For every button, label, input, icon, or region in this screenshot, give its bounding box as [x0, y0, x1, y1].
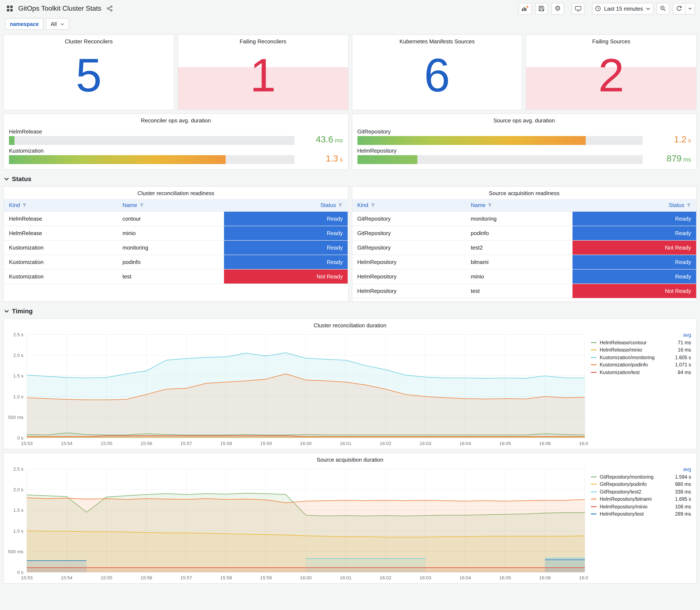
legend-series-color — [591, 477, 597, 477]
svg-text:16:06: 16:06 — [539, 441, 551, 446]
column-header-name[interactable]: Name — [466, 199, 572, 211]
column-header-status[interactable]: Status — [572, 199, 696, 211]
table-row: HelmRepositorybitnamiReady — [352, 255, 696, 270]
column-header-label: Kind — [357, 202, 368, 208]
cell-status: Ready — [572, 226, 696, 240]
cell-status: Not Ready — [572, 241, 696, 255]
column-header-kind[interactable]: Kind — [4, 199, 117, 211]
legend-series-color — [591, 357, 597, 358]
refresh-interval-dropdown[interactable] — [686, 3, 695, 14]
column-header-label: Status — [320, 202, 336, 208]
legend-item[interactable]: HelmRepository/test289 ms — [591, 510, 691, 518]
legend-series-name: HelmRelease/contour — [600, 340, 670, 345]
save-dashboard-button[interactable] — [535, 3, 548, 14]
stat-panel-2: Kubernetes Manifests Sources6 — [352, 34, 523, 110]
cell-name: test — [466, 284, 572, 298]
stat-panel-1: Failing Reconcilers1 — [178, 34, 348, 110]
dashboard-settings-button[interactable]: ⚙ — [551, 3, 564, 14]
column-header-label: Status — [669, 202, 684, 208]
timeseries-plot[interactable]: 15:5315:5415:5515:5615:5715:5815:5916:00… — [5, 330, 588, 448]
legend-item[interactable]: GitRepository/podinfo980 ms — [591, 481, 691, 488]
cell-kind: Kustomization — [4, 241, 117, 255]
column-header-label: Kind — [9, 202, 20, 208]
panel-title[interactable]: Source acquisition readiness — [352, 187, 696, 198]
legend-item[interactable]: HelmRepository/minio108 ms — [591, 503, 691, 510]
legend-series-name: HelmRepository/test — [600, 512, 670, 517]
caret-down-icon — [688, 7, 692, 10]
gauge-value-number: 43.6 — [316, 134, 333, 144]
filter-funnel-icon — [488, 203, 492, 207]
gauge-value-number: 1.2 — [674, 134, 686, 144]
cell-status: Ready — [224, 255, 348, 269]
share-icon[interactable] — [105, 4, 115, 13]
cell-status: Not Ready — [572, 284, 696, 298]
legend-series-color — [591, 499, 597, 500]
panel-title[interactable]: Source acquisition duration — [4, 453, 696, 465]
section-row-status[interactable]: Status — [4, 175, 696, 182]
panel-title[interactable]: Source ops avg. duration — [352, 114, 696, 125]
add-panel-button[interactable] — [519, 3, 532, 14]
legend-header: avg — [591, 331, 691, 339]
gauge-row: HelmRepository879 ms — [357, 147, 691, 164]
cycle-view-button[interactable] — [572, 3, 584, 14]
svg-text:1.0 s: 1.0 s — [13, 394, 23, 399]
variable-namespace-value: All — [51, 21, 57, 27]
gauge-row: HelmRelease43.6 ms — [9, 128, 343, 145]
legend-series-avg: 16 ms — [670, 348, 691, 353]
cell-kind: Kustomization — [4, 270, 117, 284]
legend-item[interactable]: Kustomization/monitoring1.605 s — [591, 354, 691, 361]
time-range-label: Last 15 minutes — [604, 5, 643, 12]
svg-text:15:56: 15:56 — [141, 441, 152, 446]
chart-content: 15:5315:5415:5515:5615:5715:5815:5916:00… — [4, 330, 696, 449]
panel-title[interactable]: Failing Reconcilers — [178, 35, 348, 46]
apps-grid-icon[interactable] — [5, 4, 14, 13]
refresh-button[interactable] — [673, 3, 686, 14]
svg-text:15:54: 15:54 — [61, 575, 72, 580]
legend-item[interactable]: HelmRelease/minio16 ms — [591, 346, 691, 354]
gauge-value: 43.6 ms — [300, 135, 343, 145]
legend-item[interactable]: GitRepository/test2338 ms — [591, 488, 691, 495]
legend-item[interactable]: HelmRelease/contour71 ms — [591, 339, 691, 346]
svg-text:1.5 s: 1.5 s — [13, 373, 23, 379]
panel-title[interactable]: Cluster Reconcilers — [4, 35, 174, 46]
chart-panel-1: Source acquisition duration15:5315:5415:… — [3, 453, 697, 584]
svg-text:15:59: 15:59 — [260, 441, 272, 446]
gauge-bar-label: Kustomization — [9, 147, 294, 154]
gauge-value: 1.2 s — [649, 135, 691, 145]
gauge-fill — [9, 136, 15, 145]
status-badge: Ready — [224, 241, 348, 255]
cell-status: Ready — [572, 212, 696, 226]
panel-title[interactable]: Cluster reconciliation readiness — [4, 187, 348, 198]
zoom-out-button[interactable] — [657, 3, 669, 14]
variable-namespace-picker[interactable]: All — [46, 18, 69, 30]
table: KindNameStatusHelmReleasecontourReadyHel… — [4, 199, 348, 301]
column-header-label: Name — [471, 202, 485, 208]
time-picker-button[interactable]: Last 15 minutes — [592, 3, 653, 14]
column-header-kind[interactable]: Kind — [352, 199, 466, 211]
legend-item[interactable]: HelmRepository/bitnami1.695 s — [591, 495, 691, 503]
svg-text:2.0 s: 2.0 s — [13, 353, 23, 358]
table-row: GitRepositorytest2Not Ready — [352, 241, 696, 255]
legend-series-avg: 84 ms — [670, 370, 691, 375]
gauge-value-number: 879 — [667, 154, 682, 163]
caret-down-icon — [646, 7, 650, 10]
column-header-name[interactable]: Name — [117, 199, 224, 211]
section-row-timing[interactable]: Timing — [4, 307, 696, 315]
gauge-bar-label: HelmRelease — [9, 128, 294, 135]
panel-title[interactable]: Cluster reconciliation duration — [4, 319, 696, 330]
status-badge: Ready — [572, 255, 696, 269]
legend-series-name: GitRepository/test2 — [600, 489, 670, 494]
variable-namespace-label[interactable]: namespace — [5, 18, 43, 30]
legend-item[interactable]: Kustomization/test84 ms — [591, 369, 691, 376]
panel-title[interactable]: Reconciler ops avg. duration — [4, 114, 348, 125]
panel-title[interactable]: Failing Sources — [526, 35, 696, 46]
svg-text:15:57: 15:57 — [180, 575, 192, 580]
panel-title[interactable]: Kubernetes Manifests Sources — [352, 35, 522, 46]
cell-kind: GitRepository — [352, 212, 466, 226]
legend-item[interactable]: Kustomization/podinfo1.071 s — [591, 361, 691, 369]
legend-item[interactable]: GitRepository/monitoring1.594 s — [591, 473, 691, 481]
timeseries-plot[interactable]: 15:5315:5415:5515:5615:5715:5815:5916:00… — [5, 465, 588, 582]
table-row: HelmRepositoryminioReady — [352, 270, 696, 284]
column-header-status[interactable]: Status — [224, 199, 348, 211]
table-row: GitRepositorymonitoringReady — [352, 212, 696, 226]
